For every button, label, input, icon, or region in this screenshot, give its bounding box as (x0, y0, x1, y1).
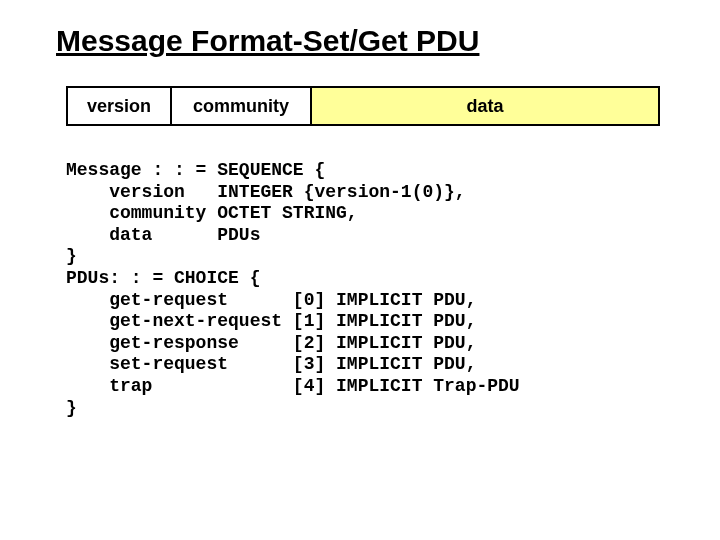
asn1-line: Message : : = SEQUENCE { (66, 160, 325, 180)
asn1-line: trap [4] IMPLICIT Trap-PDU (66, 376, 520, 396)
field-data: data (312, 86, 660, 126)
asn1-line: set-request [3] IMPLICIT PDU, (66, 354, 476, 374)
asn1-line: get-response [2] IMPLICIT PDU, (66, 333, 476, 353)
page-title: Message Format-Set/Get PDU (56, 24, 664, 58)
asn1-line: community OCTET STRING, (66, 203, 358, 223)
asn1-line: } (66, 246, 77, 266)
asn1-line: PDUs: : = CHOICE { (66, 268, 260, 288)
field-community: community (172, 86, 312, 126)
asn1-line: data PDUs (66, 225, 260, 245)
asn1-line: get-next-request [1] IMPLICIT PDU, (66, 311, 476, 331)
asn1-definition: Message : : = SEQUENCE { version INTEGER… (66, 160, 664, 419)
asn1-line: get-request [0] IMPLICIT PDU, (66, 290, 476, 310)
slide: Message Format-Set/Get PDU version commu… (0, 0, 720, 419)
asn1-line: } (66, 398, 77, 418)
asn1-line: version INTEGER {version-1(0)}, (66, 182, 466, 202)
message-format-table: version community data (66, 86, 660, 126)
field-version: version (66, 86, 172, 126)
